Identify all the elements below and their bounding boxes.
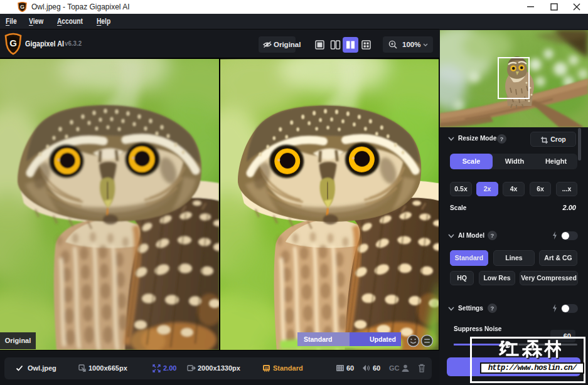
svg-text:G: G: [9, 38, 17, 48]
svg-text:AI: AI: [265, 366, 269, 370]
svg-text:G: G: [20, 4, 24, 10]
